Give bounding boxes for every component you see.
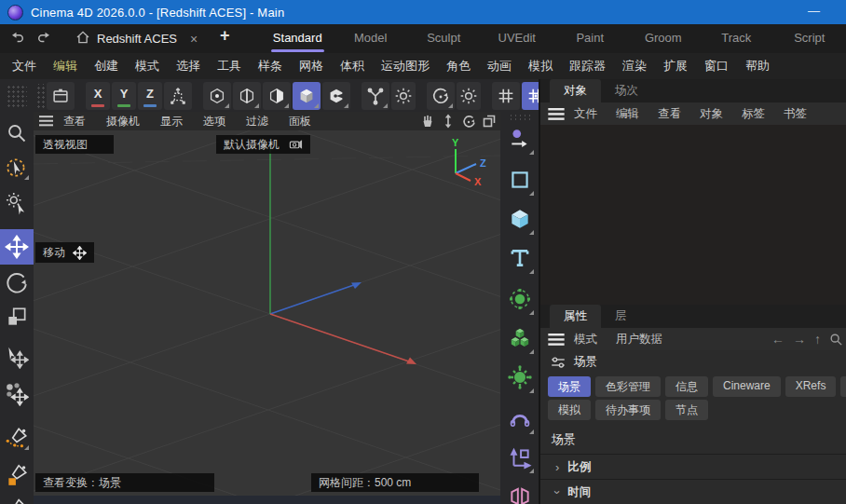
right-toolbar-grip[interactable]	[509, 114, 531, 120]
tweak-tool-icon[interactable]	[3, 189, 31, 217]
om-menu-view[interactable]: 查看	[648, 106, 690, 122]
coordinate-system-icon[interactable]	[164, 82, 192, 110]
edges-mode-icon[interactable]	[233, 82, 261, 110]
undo-button[interactable]	[9, 29, 26, 46]
layout-tab-uvedit[interactable]: UVEdit	[481, 24, 554, 53]
menu-window[interactable]: 窗口	[696, 58, 737, 75]
object-mode-icon[interactable]	[322, 82, 350, 110]
section-scale[interactable]: › 比例	[540, 455, 846, 479]
tab-attributes[interactable]: 属性	[550, 305, 601, 328]
pan-hand-icon[interactable]	[420, 114, 435, 129]
layout-tab-track[interactable]: Track	[700, 24, 773, 53]
workplane-icon[interactable]	[47, 82, 75, 110]
menu-mesh[interactable]: 网格	[291, 58, 332, 75]
menu-simulate[interactable]: 模拟	[520, 58, 561, 75]
model-mode-icon[interactable]	[293, 82, 321, 110]
sketch-pen-ngon-icon[interactable]	[3, 497, 31, 504]
left-toolbar-grip[interactable]	[7, 85, 27, 107]
pen-track-tool-icon[interactable]	[504, 121, 536, 157]
tab-layers[interactable]: 层	[601, 305, 641, 328]
move-tool-icon[interactable]	[0, 229, 34, 265]
menu-tracker[interactable]: 跟踪器	[561, 58, 614, 75]
lock-x-axis-button[interactable]: X	[86, 82, 110, 110]
layout-tab-sculpt[interactable]: Sculpt	[407, 24, 481, 53]
symmetry-instance-icon[interactable]	[504, 479, 536, 504]
am-menu-mode[interactable]: 模式	[565, 332, 607, 347]
menu-volume[interactable]: 体积	[332, 58, 373, 75]
am-menu-user-data[interactable]: 用户数据	[607, 332, 672, 347]
vp-menu-cameras[interactable]: 摄像机	[96, 114, 150, 129]
amtab-cineware[interactable]: Cineware	[713, 376, 781, 397]
amtab-scene[interactable]: 场景	[548, 376, 591, 397]
history-forward-icon[interactable]: →	[793, 332, 806, 347]
cube-primitive-icon[interactable]	[504, 201, 536, 237]
motext-icon[interactable]	[504, 240, 536, 276]
camera-label-chip[interactable]: 默认摄像机	[216, 135, 310, 154]
select-move-tool-icon[interactable]	[3, 343, 31, 371]
vp-menu-view[interactable]: 查看	[53, 114, 96, 129]
history-back-icon[interactable]: ←	[771, 332, 785, 347]
vp-menu-options[interactable]: 选项	[193, 114, 236, 129]
document-tab[interactable]: Redshift ACES ×	[97, 24, 198, 53]
menu-extensions[interactable]: 扩展	[655, 58, 696, 75]
rotate-tool-icon[interactable]	[3, 268, 31, 296]
om-menu-edit[interactable]: 编辑	[607, 106, 648, 122]
tab-takes[interactable]: 场次	[601, 79, 652, 102]
viewport-hamburger-icon[interactable]	[39, 116, 53, 127]
om-menu-tags[interactable]: 标签	[732, 106, 774, 122]
menu-select[interactable]: 选择	[168, 58, 209, 75]
generator-gear-icon[interactable]	[504, 360, 536, 395]
live-selection-icon[interactable]	[3, 154, 31, 182]
camera-swap-icon[interactable]	[289, 138, 303, 151]
spline-primitive-icon[interactable]	[504, 162, 536, 198]
null-axes-icon[interactable]	[504, 440, 536, 475]
menu-render[interactable]: 渲染	[614, 58, 655, 75]
deformer-icon[interactable]	[504, 401, 536, 436]
snap-settings-gear-icon[interactable]	[457, 82, 481, 110]
amtab-xrefs[interactable]: XRefs	[785, 376, 837, 397]
amtab-simulation[interactable]: 模拟	[548, 400, 591, 420]
polygons-mode-icon[interactable]	[263, 82, 291, 110]
om-menu-objects[interactable]: 对象	[690, 106, 732, 122]
modeling-settings-gear-icon[interactable]	[391, 82, 416, 110]
history-up-icon[interactable]: ↑	[814, 332, 821, 347]
lock-y-axis-button[interactable]: Y	[112, 82, 136, 110]
viewport-canvas[interactable]: 透视视图 默认摄像机 移动 Y Z X	[34, 130, 500, 496]
amtab-todo[interactable]: 待办事项	[595, 400, 661, 420]
om-hamburger-icon[interactable]	[548, 108, 565, 120]
volume-builder-icon[interactable]	[504, 320, 536, 356]
om-menu-file[interactable]: 文件	[565, 106, 607, 122]
vp-menu-filter[interactable]: 过滤	[236, 114, 279, 129]
close-tab-icon[interactable]: ×	[190, 32, 198, 47]
orbit-rotate-icon[interactable]	[461, 114, 476, 129]
menu-mograph[interactable]: 运动图形	[373, 58, 438, 75]
quantize-grid-icon[interactable]	[492, 82, 520, 110]
scale-tool-icon[interactable]	[3, 303, 31, 331]
menu-character[interactable]: 角色	[438, 58, 479, 75]
menu-help[interactable]: 帮助	[737, 58, 778, 75]
am-search-icon[interactable]	[829, 333, 842, 346]
points-mode-icon[interactable]	[203, 82, 231, 110]
menu-spline[interactable]: 样条	[250, 58, 291, 75]
maximize-view-icon[interactable]	[482, 114, 497, 129]
section-time[interactable]: › 时间	[540, 480, 846, 504]
menu-edit[interactable]: 编辑	[45, 58, 86, 75]
add-tab-button[interactable]: +	[220, 26, 230, 46]
lock-z-axis-button[interactable]: Z	[138, 82, 162, 110]
menu-mode[interactable]: 模式	[127, 58, 168, 75]
dolly-zoom-icon[interactable]	[441, 114, 456, 129]
layout-tab-paint[interactable]: Paint	[553, 24, 627, 53]
minimize-button[interactable]: —	[808, 4, 820, 18]
tab-objects[interactable]: 对象	[550, 79, 601, 102]
layout-tab-standard[interactable]: Standard	[261, 24, 334, 53]
kinematics-icon[interactable]	[362, 82, 389, 110]
soft-move-tool-icon[interactable]	[3, 380, 31, 408]
amtab-info[interactable]: 信息	[665, 376, 708, 397]
home-icon[interactable]	[75, 29, 91, 46]
field-object-icon[interactable]	[504, 281, 536, 317]
vp-menu-display[interactable]: 显示	[150, 114, 193, 129]
object-manager-list[interactable]	[540, 125, 846, 305]
sketch-pen-square-icon[interactable]	[3, 461, 31, 489]
menu-file[interactable]: 文件	[4, 58, 45, 75]
toolbar-grip[interactable]	[35, 84, 45, 108]
